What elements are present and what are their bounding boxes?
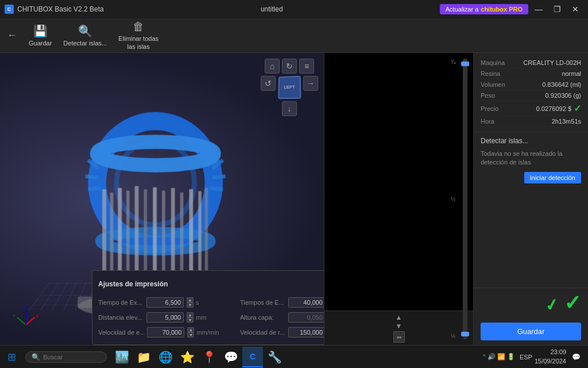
ps-field-4: Altura capa: ▲ ▼ mm — [240, 311, 324, 324]
titlebar-right: Actualizar a chitubox PRO — ❐ ✕ — [440, 3, 583, 15]
update-label: Actualizar a — [446, 6, 478, 13]
detect-icon: 🔍 — [78, 24, 92, 38]
close-button[interactable]: ✕ — [567, 3, 583, 15]
rotate-left-button[interactable]: ↺ — [261, 76, 276, 91]
ps-input-4[interactable] — [288, 312, 324, 323]
taskbar-app-internet[interactable]: 🌐 — [155, 347, 176, 367]
maximize-button[interactable]: ❐ — [549, 3, 565, 15]
ps-input-1[interactable] — [146, 312, 184, 323]
guardar-button[interactable]: Guardar — [481, 323, 581, 340]
ps-field-3: Tiempos de E... ▲ ▼ s — [240, 296, 324, 309]
home-button[interactable]: ⌂ — [265, 59, 280, 74]
ps-field-0: Tiempo de Ex... ▲ ▼ s — [98, 296, 231, 309]
cube-label: LEFT — [284, 85, 295, 90]
ps-up-2[interactable]: ▲ — [187, 327, 194, 332]
taskbar-app-star[interactable]: ⭐ — [177, 347, 198, 367]
slice-panel: ³⁄₄ ½ ¼ ▲ ▼ ⇔ — [324, 53, 473, 345]
svg-text:X: X — [36, 313, 39, 319]
orientation-cube[interactable]: LEFT — [278, 76, 301, 99]
ps-up-1[interactable]: ▲ — [187, 312, 194, 317]
taskbar-app-city[interactable]: 🏙️ — [111, 347, 132, 367]
pro-label: chitubox PRO — [481, 6, 523, 13]
price-row: Precio 0.0276092 $ ✓ — [481, 101, 581, 116]
search-input[interactable] — [43, 354, 100, 361]
svg-text:Z: Z — [24, 305, 27, 310]
taskbar-app-folder[interactable]: 📁 — [133, 347, 154, 367]
taskbar-right: ^ 🔊 📶 🔋 ESP 23:09 15/09/2024 💬 — [483, 348, 588, 366]
slider-thumb-top[interactable] — [461, 62, 469, 66]
svg-line-21 — [88, 188, 101, 189]
ps-unit-2: mm/min — [196, 329, 219, 336]
viewport-controls: ⌂ ↻ ≡ ↺ LEFT → ↓ — [261, 59, 318, 116]
search-bar[interactable]: 🔍 — [25, 351, 107, 363]
slider-thumb-bottom[interactable] — [461, 332, 469, 336]
notification-button[interactable]: 💬 — [568, 350, 583, 365]
svg-text:Y: Y — [13, 313, 16, 319]
layers-button[interactable]: ≡ — [299, 59, 314, 74]
ps-down-1[interactable]: ▼ — [187, 317, 194, 323]
info-section: Maquina CREALITY LD-002H Resina normal V… — [474, 53, 588, 132]
slice-down-button[interactable]: ▼ — [396, 322, 403, 330]
resin-label: Resina — [481, 70, 500, 77]
slice-up-button[interactable]: ▲ — [396, 313, 403, 321]
ps-down-0[interactable]: ▼ — [187, 302, 194, 308]
tray-icons: ^ 🔊 📶 🔋 — [483, 353, 515, 361]
rotate-right-button[interactable]: → — [303, 76, 318, 91]
svg-line-24 — [210, 188, 223, 189]
taskbar-app-tool[interactable]: 🔧 — [264, 347, 285, 367]
update-button[interactable]: Actualizar a chitubox PRO — [440, 4, 528, 14]
save-tool[interactable]: 💾 Guardar — [29, 24, 52, 47]
save-label: Guardar — [29, 40, 52, 47]
detect-tool[interactable]: 🔍 Detectar islas... — [63, 24, 107, 47]
ps-spinner-2: ▲ ▼ — [187, 327, 194, 338]
taskbar-app-location[interactable]: 📍 — [199, 347, 219, 367]
weight-label: Peso — [481, 92, 495, 99]
svg-line-25 — [26, 317, 34, 325]
detect-message: Todavia no se ha realizado la detección … — [481, 150, 581, 167]
titlebar: C CHITUBOX Basic V2.2 Beta untitled Actu… — [0, 0, 588, 18]
big-check-left: ✓ — [544, 296, 560, 315]
start-detection-button[interactable]: Iniciar detección — [524, 172, 582, 183]
start-button[interactable]: ⊞ — [0, 346, 23, 369]
volume-value: 0.836642 (ml) — [542, 81, 581, 88]
time-value: 2h13m51s — [552, 118, 581, 125]
titlebar-left: C CHITUBOX Basic V2.2 Beta — [5, 5, 104, 14]
ps-input-5[interactable] — [288, 327, 324, 338]
ps-unit-0: s — [196, 299, 199, 306]
expand-button[interactable]: ⇔ — [393, 331, 405, 343]
clock-date: 15/09/2024 — [535, 357, 566, 366]
save-button-area: Guardar — [474, 318, 588, 345]
minimize-button[interactable]: — — [531, 3, 547, 15]
ps-label-0: Tiempo de Ex... — [98, 299, 144, 306]
system-tray: ^ 🔊 📶 🔋 ESP — [483, 353, 532, 361]
taskbar-app-chat[interactable]: 💬 — [220, 347, 241, 367]
rotate-cw-button[interactable]: ↻ — [282, 59, 297, 74]
svg-line-23 — [212, 176, 226, 177]
delete-tool[interactable]: 🗑 Eliminar todas las islas — [118, 20, 158, 50]
ps-label-2: Velocidad de e... — [98, 329, 145, 336]
ps-up-0[interactable]: ▲ — [187, 297, 194, 302]
ps-label-3: Tiempos de E... — [240, 299, 286, 306]
clock[interactable]: 23:09 15/09/2024 — [535, 348, 566, 366]
ps-input-0[interactable] — [146, 297, 184, 308]
ps-input-3[interactable] — [288, 297, 324, 308]
axis-indicator: X Y Z — [11, 305, 40, 334]
time-row: Hora 2h13m51s — [481, 116, 581, 127]
ps-input-2[interactable] — [147, 327, 184, 338]
taskbar-app-chitubox[interactable]: C — [242, 347, 263, 367]
big-check-right: ✓ — [564, 293, 581, 313]
slice-slider[interactable] — [463, 59, 467, 339]
machine-row: Maquina CREALITY LD-002H — [481, 57, 581, 68]
price-check-icon: ✓ — [574, 103, 581, 114]
back-tool[interactable]: ← — [7, 29, 17, 41]
home-rotate-row: ⌂ ↻ ≡ — [265, 59, 314, 74]
ps-down-2[interactable]: ▼ — [187, 332, 194, 338]
taskbar: ⊞ 🔍 🏙️ 📁 🌐 ⭐ 📍 💬 C 🔧 ^ 🔊 📶 — [0, 345, 588, 368]
app-name: CHITUBOX Basic V2.2 Beta — [17, 5, 104, 13]
clock-time: 23:09 — [535, 348, 566, 356]
rotate-down-button[interactable]: ↓ — [282, 101, 297, 116]
price-value: 0.0276092 $ ✓ — [536, 103, 581, 114]
viewport[interactable]: ⌂ ↻ ≡ ↺ LEFT → ↓ X — [0, 53, 324, 345]
resin-value: normal — [562, 70, 581, 77]
rotate-row: ↺ LEFT → — [261, 76, 318, 99]
